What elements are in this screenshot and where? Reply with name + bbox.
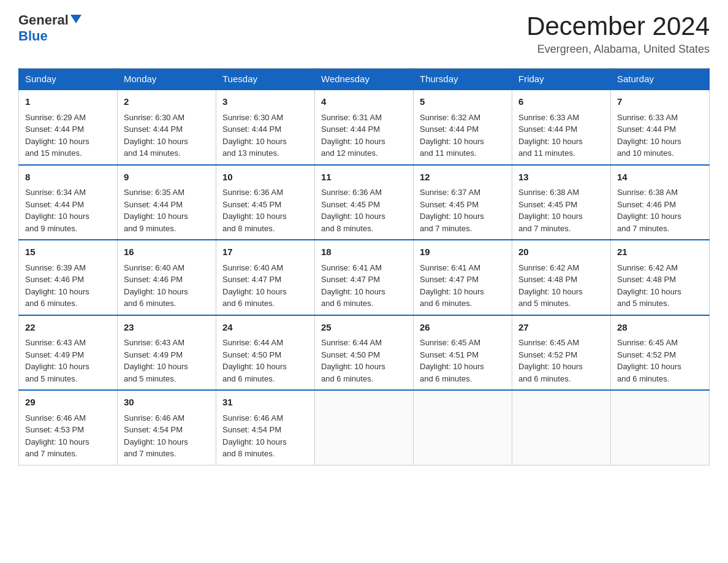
table-row: 14Sunrise: 6:38 AMSunset: 4:46 PMDayligh… (611, 165, 710, 240)
table-row: 5Sunrise: 6:32 AMSunset: 4:44 PMDaylight… (414, 90, 512, 165)
header-monday: Monday (118, 69, 216, 90)
calendar-week-row: 8Sunrise: 6:34 AMSunset: 4:44 PMDaylight… (19, 165, 710, 240)
day-number: 23 (124, 321, 210, 335)
header-wednesday: Wednesday (315, 69, 414, 90)
day-number: 28 (617, 321, 703, 335)
day-info: Sunrise: 6:34 AMSunset: 4:44 PMDaylight:… (25, 188, 89, 233)
table-row: 11Sunrise: 6:36 AMSunset: 4:45 PMDayligh… (315, 165, 414, 240)
day-number: 10 (222, 170, 308, 185)
page-header: General Blue December 2024 Evergreen, Al… (18, 12, 710, 56)
day-info: Sunrise: 6:36 AMSunset: 4:45 PMDaylight:… (222, 188, 287, 233)
table-row: 15Sunrise: 6:39 AMSunset: 4:46 PMDayligh… (19, 240, 118, 315)
day-number: 29 (25, 396, 111, 410)
day-info: Sunrise: 6:40 AMSunset: 4:46 PMDaylight:… (124, 263, 188, 308)
table-row: 10Sunrise: 6:36 AMSunset: 4:45 PMDayligh… (216, 165, 315, 240)
day-number: 7 (617, 95, 703, 109)
table-row: 16Sunrise: 6:40 AMSunset: 4:46 PMDayligh… (118, 240, 216, 315)
table-row: 26Sunrise: 6:45 AMSunset: 4:51 PMDayligh… (414, 315, 512, 391)
table-row: 20Sunrise: 6:42 AMSunset: 4:48 PMDayligh… (512, 240, 611, 315)
table-row: 13Sunrise: 6:38 AMSunset: 4:45 PMDayligh… (512, 165, 611, 240)
table-row: 3Sunrise: 6:30 AMSunset: 4:44 PMDaylight… (216, 90, 315, 165)
day-info: Sunrise: 6:36 AMSunset: 4:45 PMDaylight:… (321, 188, 385, 233)
table-row: 2Sunrise: 6:30 AMSunset: 4:44 PMDaylight… (118, 90, 216, 165)
day-number: 13 (518, 170, 604, 185)
day-info: Sunrise: 6:30 AMSunset: 4:44 PMDaylight:… (222, 113, 287, 158)
day-info: Sunrise: 6:35 AMSunset: 4:44 PMDaylight:… (124, 188, 188, 233)
title-block: December 2024 Evergreen, Alabama, United… (526, 12, 710, 56)
header-sunday: Sunday (19, 69, 118, 90)
day-info: Sunrise: 6:41 AMSunset: 4:47 PMDaylight:… (420, 263, 484, 308)
day-info: Sunrise: 6:33 AMSunset: 4:44 PMDaylight:… (617, 113, 681, 158)
day-info: Sunrise: 6:45 AMSunset: 4:51 PMDaylight:… (420, 338, 484, 383)
day-number: 24 (222, 321, 308, 335)
table-row: 7Sunrise: 6:33 AMSunset: 4:44 PMDaylight… (611, 90, 710, 165)
table-row: 28Sunrise: 6:45 AMSunset: 4:52 PMDayligh… (611, 315, 710, 391)
table-row: 19Sunrise: 6:41 AMSunset: 4:47 PMDayligh… (414, 240, 512, 315)
logo-general-text: General (18, 12, 69, 28)
day-info: Sunrise: 6:41 AMSunset: 4:47 PMDaylight:… (321, 263, 385, 308)
calendar-table: Sunday Monday Tuesday Wednesday Thursday… (18, 68, 710, 465)
day-info: Sunrise: 6:46 AMSunset: 4:54 PMDaylight:… (222, 413, 287, 459)
day-number: 18 (321, 245, 407, 259)
day-number: 15 (25, 245, 111, 259)
header-friday: Friday (512, 69, 611, 90)
calendar-subtitle: Evergreen, Alabama, United States (526, 43, 710, 56)
logo: General Blue (18, 12, 82, 44)
header-saturday: Saturday (611, 69, 710, 90)
day-info: Sunrise: 6:43 AMSunset: 4:49 PMDaylight:… (25, 338, 89, 383)
table-row: 24Sunrise: 6:44 AMSunset: 4:50 PMDayligh… (216, 315, 315, 391)
table-row: 21Sunrise: 6:42 AMSunset: 4:48 PMDayligh… (611, 240, 710, 315)
day-info: Sunrise: 6:45 AMSunset: 4:52 PMDaylight:… (518, 338, 583, 383)
logo-blue-text: Blue (18, 28, 48, 44)
table-row: 6Sunrise: 6:33 AMSunset: 4:44 PMDaylight… (512, 90, 611, 165)
day-info: Sunrise: 6:39 AMSunset: 4:46 PMDaylight:… (25, 263, 89, 308)
calendar-week-row: 29Sunrise: 6:46 AMSunset: 4:53 PMDayligh… (19, 390, 710, 465)
day-number: 31 (222, 396, 308, 410)
day-number: 4 (321, 95, 407, 109)
calendar-week-row: 1Sunrise: 6:29 AMSunset: 4:44 PMDaylight… (19, 90, 710, 165)
day-number: 2 (124, 95, 210, 109)
logo-arrow-icon (70, 13, 82, 27)
table-row: 17Sunrise: 6:40 AMSunset: 4:47 PMDayligh… (216, 240, 315, 315)
day-number: 27 (518, 321, 604, 335)
table-row: 30Sunrise: 6:46 AMSunset: 4:54 PMDayligh… (118, 390, 216, 465)
calendar-title: December 2024 (526, 12, 710, 40)
header-tuesday: Tuesday (216, 69, 315, 90)
day-info: Sunrise: 6:46 AMSunset: 4:53 PMDaylight:… (25, 413, 89, 459)
day-info: Sunrise: 6:31 AMSunset: 4:44 PMDaylight:… (321, 113, 385, 158)
table-row: 4Sunrise: 6:31 AMSunset: 4:44 PMDaylight… (315, 90, 414, 165)
table-row: 25Sunrise: 6:44 AMSunset: 4:50 PMDayligh… (315, 315, 414, 391)
svg-marker-0 (70, 15, 82, 23)
day-number: 9 (124, 170, 210, 185)
table-row: 31Sunrise: 6:46 AMSunset: 4:54 PMDayligh… (216, 390, 315, 465)
day-info: Sunrise: 6:40 AMSunset: 4:47 PMDaylight:… (222, 263, 287, 308)
day-number: 3 (222, 95, 308, 109)
table-row (414, 390, 512, 465)
day-number: 16 (124, 245, 210, 259)
calendar-week-row: 22Sunrise: 6:43 AMSunset: 4:49 PMDayligh… (19, 315, 710, 391)
table-row: 27Sunrise: 6:45 AMSunset: 4:52 PMDayligh… (512, 315, 611, 391)
day-number: 30 (124, 396, 210, 410)
day-number: 1 (25, 95, 111, 109)
table-row: 18Sunrise: 6:41 AMSunset: 4:47 PMDayligh… (315, 240, 414, 315)
day-number: 20 (518, 245, 604, 259)
day-number: 25 (321, 321, 407, 335)
day-info: Sunrise: 6:44 AMSunset: 4:50 PMDaylight:… (321, 338, 385, 383)
table-row: 8Sunrise: 6:34 AMSunset: 4:44 PMDaylight… (19, 165, 118, 240)
table-row (315, 390, 414, 465)
table-row: 22Sunrise: 6:43 AMSunset: 4:49 PMDayligh… (19, 315, 118, 391)
day-number: 22 (25, 321, 111, 335)
calendar-week-row: 15Sunrise: 6:39 AMSunset: 4:46 PMDayligh… (19, 240, 710, 315)
day-number: 14 (617, 170, 703, 185)
day-number: 17 (222, 245, 308, 259)
day-info: Sunrise: 6:33 AMSunset: 4:44 PMDaylight:… (518, 113, 583, 158)
table-row: 9Sunrise: 6:35 AMSunset: 4:44 PMDaylight… (118, 165, 216, 240)
day-number: 12 (420, 170, 506, 185)
table-row (512, 390, 611, 465)
header-thursday: Thursday (414, 69, 512, 90)
day-info: Sunrise: 6:42 AMSunset: 4:48 PMDaylight:… (617, 263, 681, 308)
day-info: Sunrise: 6:37 AMSunset: 4:45 PMDaylight:… (420, 188, 484, 233)
day-info: Sunrise: 6:45 AMSunset: 4:52 PMDaylight:… (617, 338, 681, 383)
day-info: Sunrise: 6:46 AMSunset: 4:54 PMDaylight:… (124, 413, 188, 459)
table-row: 12Sunrise: 6:37 AMSunset: 4:45 PMDayligh… (414, 165, 512, 240)
